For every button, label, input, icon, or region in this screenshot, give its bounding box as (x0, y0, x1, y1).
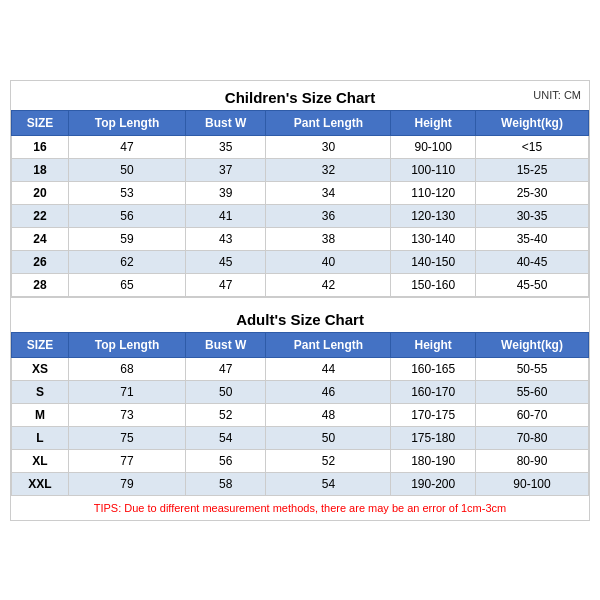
adult-title-text: Adult's Size Chart (236, 311, 364, 328)
table-cell: 150-160 (391, 273, 476, 296)
table-cell: 60-70 (476, 403, 589, 426)
table-row: L755450175-18070-80 (12, 426, 589, 449)
table-cell: 47 (186, 357, 266, 380)
table-cell: M (12, 403, 69, 426)
table-cell: 73 (68, 403, 185, 426)
table-row: 20533934110-12025-30 (12, 181, 589, 204)
table-cell: 90-100 (476, 472, 589, 495)
table-row: XS684744160-16550-55 (12, 357, 589, 380)
table-cell: 34 (266, 181, 391, 204)
children-section-title: Children's Size Chart UNIT: CM (11, 81, 589, 110)
unit-label: UNIT: CM (533, 89, 581, 101)
table-cell: XS (12, 357, 69, 380)
table-row: 24594338130-14035-40 (12, 227, 589, 250)
table-row: XL775652180-19080-90 (12, 449, 589, 472)
table-cell: 140-150 (391, 250, 476, 273)
table-cell: 47 (186, 273, 266, 296)
table-cell: 54 (186, 426, 266, 449)
table-cell: 28 (12, 273, 69, 296)
table-cell: 52 (266, 449, 391, 472)
col-weight: Weight(kg) (476, 110, 589, 135)
table-cell: 30-35 (476, 204, 589, 227)
table-cell: 41 (186, 204, 266, 227)
table-cell: <15 (476, 135, 589, 158)
table-cell: 50-55 (476, 357, 589, 380)
adult-header-row: SIZE Top Length Bust W Pant Length Heigh… (12, 332, 589, 357)
table-row: 1647353090-100<15 (12, 135, 589, 158)
table-cell: 50 (186, 380, 266, 403)
col-pant-length: Pant Length (266, 110, 391, 135)
table-row: 22564136120-13030-35 (12, 204, 589, 227)
col-top-length: Top Length (68, 110, 185, 135)
table-cell: 130-140 (391, 227, 476, 250)
table-cell: 80-90 (476, 449, 589, 472)
col-pant-length-adult: Pant Length (266, 332, 391, 357)
table-cell: 70-80 (476, 426, 589, 449)
table-cell: 40-45 (476, 250, 589, 273)
table-cell: 39 (186, 181, 266, 204)
table-cell: 52 (186, 403, 266, 426)
table-cell: 59 (68, 227, 185, 250)
table-cell: 16 (12, 135, 69, 158)
table-cell: 45-50 (476, 273, 589, 296)
table-cell: XXL (12, 472, 69, 495)
table-cell: 170-175 (391, 403, 476, 426)
table-cell: 71 (68, 380, 185, 403)
table-cell: 40 (266, 250, 391, 273)
tips-text: TIPS: Due to different measurement metho… (11, 496, 589, 520)
table-cell: 56 (186, 449, 266, 472)
table-cell: 48 (266, 403, 391, 426)
table-cell: 38 (266, 227, 391, 250)
table-cell: L (12, 426, 69, 449)
table-cell: 53 (68, 181, 185, 204)
col-size: SIZE (12, 110, 69, 135)
children-title-text: Children's Size Chart (225, 89, 375, 106)
children-header-row: SIZE Top Length Bust W Pant Length Heigh… (12, 110, 589, 135)
table-cell: 160-165 (391, 357, 476, 380)
table-cell: 20 (12, 181, 69, 204)
table-cell: 175-180 (391, 426, 476, 449)
table-row: 18503732100-11015-25 (12, 158, 589, 181)
col-bust-w-adult: Bust W (186, 332, 266, 357)
table-cell: 44 (266, 357, 391, 380)
table-cell: 65 (68, 273, 185, 296)
adult-section-title: Adult's Size Chart (11, 303, 589, 332)
table-cell: 42 (266, 273, 391, 296)
table-cell: 120-130 (391, 204, 476, 227)
table-cell: 190-200 (391, 472, 476, 495)
table-cell: 18 (12, 158, 69, 181)
col-height-adult: Height (391, 332, 476, 357)
table-cell: 50 (266, 426, 391, 449)
table-cell: 50 (68, 158, 185, 181)
adult-table: SIZE Top Length Bust W Pant Length Heigh… (11, 332, 589, 496)
table-cell: 100-110 (391, 158, 476, 181)
table-cell: 75 (68, 426, 185, 449)
table-row: XXL795854190-20090-100 (12, 472, 589, 495)
table-cell: 43 (186, 227, 266, 250)
table-cell: 46 (266, 380, 391, 403)
table-cell: 55-60 (476, 380, 589, 403)
table-cell: 160-170 (391, 380, 476, 403)
table-row: 26624540140-15040-45 (12, 250, 589, 273)
table-cell: 35 (186, 135, 266, 158)
table-cell: 79 (68, 472, 185, 495)
col-top-length-adult: Top Length (68, 332, 185, 357)
table-cell: 68 (68, 357, 185, 380)
table-cell: 56 (68, 204, 185, 227)
table-cell: 25-30 (476, 181, 589, 204)
table-cell: 22 (12, 204, 69, 227)
table-cell: 24 (12, 227, 69, 250)
table-cell: 26 (12, 250, 69, 273)
table-row: M735248170-17560-70 (12, 403, 589, 426)
size-chart-container: Children's Size Chart UNIT: CM SIZE Top … (10, 80, 590, 521)
table-cell: 54 (266, 472, 391, 495)
table-cell: 47 (68, 135, 185, 158)
table-cell: 15-25 (476, 158, 589, 181)
col-size-adult: SIZE (12, 332, 69, 357)
children-table: SIZE Top Length Bust W Pant Length Heigh… (11, 110, 589, 297)
table-cell: 35-40 (476, 227, 589, 250)
table-cell: 36 (266, 204, 391, 227)
table-row: 28654742150-16045-50 (12, 273, 589, 296)
table-cell: 30 (266, 135, 391, 158)
table-cell: 58 (186, 472, 266, 495)
